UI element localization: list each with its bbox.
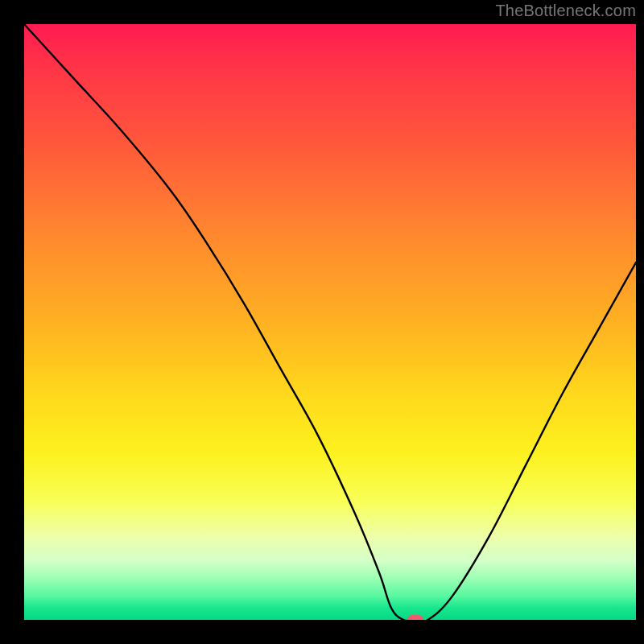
optimal-marker	[407, 615, 423, 620]
plot-area	[24, 24, 636, 620]
watermark-text: TheBottleneck.com	[495, 2, 636, 20]
bottleneck-curve	[24, 24, 636, 620]
chart-container: TheBottleneck.com	[0, 0, 644, 644]
